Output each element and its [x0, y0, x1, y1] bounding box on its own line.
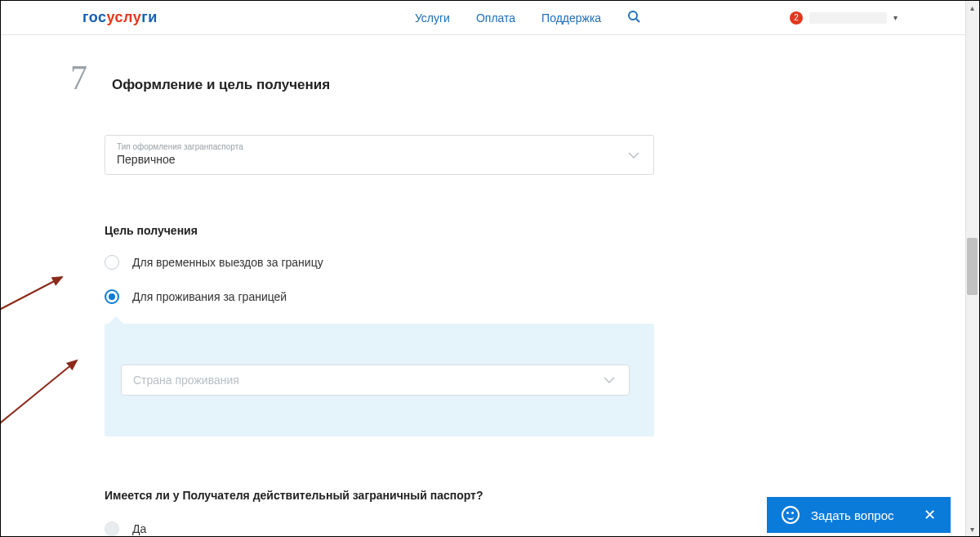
nav-services[interactable]: Услуги — [415, 11, 450, 25]
nav-support[interactable]: Поддержка — [541, 11, 601, 25]
chevron-down-icon — [627, 148, 640, 163]
annotation-arrow-2 — [0, 354, 87, 436]
chevron-down-icon: ▾ — [893, 13, 898, 22]
svg-line-3 — [0, 360, 77, 429]
radio-label: Для проживания за границей — [132, 290, 287, 303]
site-header: госуслуги Услуги Оплата Поддержка 2 ▾ — [1, 1, 979, 35]
radio-yes[interactable]: Да — [105, 521, 654, 536]
scroll-down-arrow[interactable]: ▾ — [965, 522, 979, 536]
top-nav: Услуги Оплата Поддержка — [415, 10, 640, 26]
select-value: Первичное — [117, 153, 642, 166]
user-menu[interactable]: 2 ▾ — [790, 11, 898, 25]
ask-question-bar[interactable]: Задать вопрос ✕ — [767, 497, 951, 533]
scroll-up-arrow[interactable]: ▴ — [965, 1, 979, 15]
form-content: 7 Оформление и цель получения Тип оформл… — [1, 35, 736, 536]
chat-icon — [782, 506, 800, 524]
step-number: 7 — [70, 58, 87, 97]
select-label: Тип оформления загранпаспорта — [117, 142, 642, 151]
country-panel: Страна проживания — [105, 324, 654, 436]
scrollbar-thumb[interactable] — [967, 238, 978, 295]
existing-passport-radio-group: Да — [105, 521, 654, 536]
user-name-placeholder — [809, 12, 887, 24]
notification-badge: 2 — [790, 11, 803, 25]
svg-line-2 — [0, 277, 62, 320]
nav-payment[interactable]: Оплата — [476, 11, 515, 25]
logo[interactable]: госуслуги — [82, 9, 158, 26]
chevron-down-icon — [603, 373, 616, 387]
radio-icon — [105, 255, 119, 270]
logo-part3: ги — [141, 9, 158, 25]
purpose-heading: Цель получения — [105, 224, 654, 237]
svg-line-1 — [636, 19, 639, 22]
radio-icon — [105, 521, 119, 536]
radio-label: Для временных выездов за границу — [132, 256, 323, 269]
logo-part2: услу — [107, 9, 142, 25]
select-placeholder: Страна проживания — [133, 374, 617, 387]
radio-living-abroad[interactable]: Для проживания за границей — [105, 289, 654, 304]
close-icon[interactable]: ✕ — [924, 506, 936, 524]
step-title: Оформление и цель получения — [112, 77, 330, 93]
radio-temporary-trips[interactable]: Для временных выездов за границу — [105, 255, 654, 270]
search-icon[interactable] — [627, 10, 640, 26]
scrollbar-track[interactable]: ▴ ▾ — [965, 1, 979, 536]
purpose-radio-group: Для временных выездов за границу Для про… — [105, 255, 654, 304]
logo-part1: гос — [82, 9, 107, 25]
ask-label: Задать вопрос — [811, 508, 893, 522]
svg-point-0 — [629, 11, 637, 20]
radio-label: Да — [132, 522, 146, 535]
annotation-arrow-1 — [0, 271, 74, 328]
passport-type-select[interactable]: Тип оформления загранпаспорта Первичное — [105, 135, 654, 175]
existing-passport-question: Имеется ли у Получателя действительный з… — [105, 489, 654, 502]
country-select[interactable]: Страна проживания — [121, 365, 630, 396]
radio-icon-selected — [105, 289, 119, 304]
